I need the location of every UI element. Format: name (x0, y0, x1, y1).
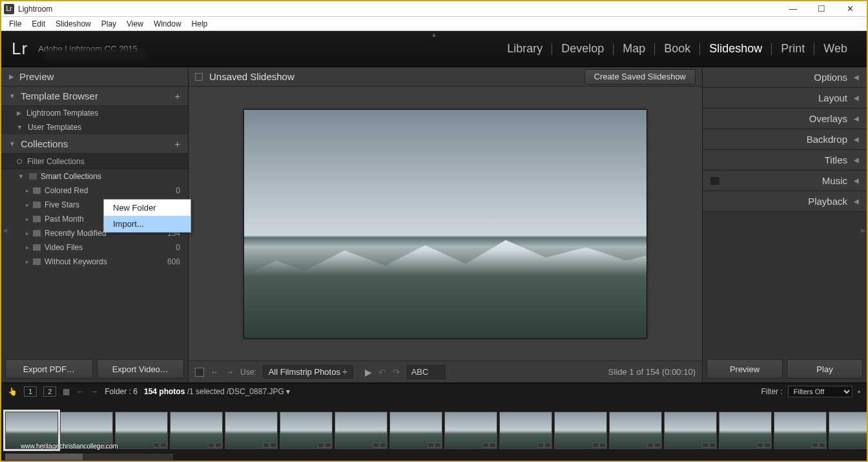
panel-overlays[interactable]: Overlays◀ (703, 109, 867, 129)
filmstrip-thumbnail[interactable] (774, 412, 827, 449)
collections-header[interactable]: ▼ Collections + (1, 134, 188, 154)
panel-backdrop[interactable]: Backdrop◀ (703, 129, 867, 150)
close-button[interactable]: ✕ (842, 4, 858, 14)
nav-forward-icon[interactable]: → (90, 387, 98, 396)
maximize-button[interactable]: ☐ (814, 4, 829, 14)
menu-import[interactable]: Import... (104, 216, 191, 232)
chevron-left-icon: ◀ (854, 94, 859, 101)
menu-edit[interactable]: Edit (26, 19, 50, 28)
menu-help[interactable]: Help (187, 19, 213, 28)
use-label: Use: (240, 368, 256, 377)
module-print[interactable]: Print (772, 42, 814, 56)
chevron-down-icon: ▼ (9, 140, 16, 147)
collapse-top-icon[interactable]: ▴ (432, 30, 436, 39)
panel-music[interactable]: Music◀ (703, 171, 867, 191)
rotate-ccw-button[interactable]: ↶ (378, 367, 386, 377)
add-template-icon[interactable]: + (175, 91, 180, 101)
window-title: Lightroom (18, 5, 52, 14)
nav-back-icon[interactable]: ← (76, 387, 84, 396)
template-browser-header[interactable]: ▼ Template Browser + (1, 87, 188, 106)
use-select[interactable]: All Filmstrip Photos ÷ (263, 365, 353, 379)
filmstrip-thumbnail[interactable] (225, 412, 278, 449)
menu-play[interactable]: Play (96, 19, 121, 28)
folder-path[interactable]: Folder : 6 (105, 387, 138, 396)
filmstrip-scrollbar[interactable] (5, 454, 173, 460)
menu-window[interactable]: Window (149, 19, 187, 28)
export-pdf-button[interactable]: Export PDF… (5, 359, 93, 379)
panel-playback[interactable]: Playback◀ (703, 191, 867, 212)
filmstrip-thumbnail[interactable] (609, 412, 662, 449)
prev-slide-button[interactable]: ← (211, 367, 219, 377)
filmstrip-thumbnail[interactable] (170, 412, 223, 449)
filmstrip-thumbnail[interactable] (444, 412, 497, 449)
user-templates-item[interactable]: ▼ User Templates (1, 120, 188, 134)
module-book[interactable]: Book (655, 42, 699, 56)
filmstrip[interactable]: www.heritagechristiancollege.com (1, 399, 867, 461)
filmstrip-thumbnail[interactable] (280, 412, 333, 449)
rotate-cw-button[interactable]: ↷ (393, 367, 400, 377)
slideshow-marker-icon[interactable] (195, 73, 203, 81)
slideshow-title: Unsaved Slideshow (209, 71, 294, 82)
chevron-right-icon: ▸ (26, 258, 29, 265)
app-icon: Lr (4, 4, 14, 14)
menu-file[interactable]: File (4, 19, 26, 28)
preview-area (189, 87, 702, 361)
module-develop[interactable]: Develop (552, 42, 613, 56)
panel-options[interactable]: Options◀ (703, 67, 867, 88)
chevron-right-icon: ▸ (26, 216, 29, 222)
module-library[interactable]: Library (498, 42, 552, 56)
filter-select[interactable]: Filters Off (788, 386, 852, 397)
template-browser-label: Template Browser (21, 90, 98, 101)
play-slideshow-button[interactable]: Play (787, 359, 863, 379)
filmstrip-thumbnail[interactable] (499, 412, 552, 449)
next-slide-button[interactable]: → (225, 367, 234, 377)
menu-slideshow[interactable]: Slideshow (50, 19, 96, 28)
menu-view[interactable]: View (121, 19, 149, 28)
minimize-button[interactable]: — (785, 4, 801, 14)
stop-button[interactable] (195, 368, 204, 377)
chevron-left-icon: ◀ (854, 198, 859, 205)
module-map[interactable]: Map (614, 42, 654, 56)
module-slideshow[interactable]: Slideshow (700, 42, 771, 56)
preview-button[interactable]: Preview (707, 359, 783, 379)
add-collection-icon[interactable]: + (175, 139, 180, 149)
smart-collection-icon (33, 216, 41, 222)
center-panel: Unsaved Slideshow Create Saved Slideshow… (189, 67, 702, 383)
filmstrip-thumbnail[interactable] (554, 412, 607, 449)
filmstrip-thumbnail[interactable] (664, 412, 717, 449)
grid-view-icon[interactable]: ▦ (63, 387, 70, 396)
smart-collection-item[interactable]: ▸Without Keywords606 (1, 255, 188, 269)
smart-collection-item[interactable]: ▸Colored Red0 (1, 184, 188, 198)
smart-collection-icon (33, 230, 41, 236)
text-overlay-input[interactable] (407, 365, 446, 379)
menu-new-folder[interactable]: New Folder (104, 200, 191, 216)
second-window-icon[interactable]: 👆 (8, 387, 17, 396)
play-button[interactable]: ▶ (365, 367, 372, 377)
chevron-down-icon: ▼ (17, 124, 23, 131)
smart-collection-item[interactable]: ▸Video Files0 (1, 240, 188, 255)
panel-layout[interactable]: Layout◀ (703, 88, 867, 109)
chevron-right-icon: ▶ (9, 73, 14, 80)
collapse-right-icon[interactable]: ▸ (861, 225, 865, 235)
filmstrip-thumbnail[interactable] (115, 412, 168, 449)
export-video-button[interactable]: Export Video… (97, 359, 185, 379)
lightroom-templates-item[interactable]: ▶ Lightroom Templates (1, 106, 188, 120)
filmstrip-thumbnail[interactable] (719, 412, 772, 449)
main-monitor-button[interactable]: 1 (24, 386, 37, 397)
chevron-left-icon: ◀ (854, 74, 859, 81)
filter-collections-row[interactable]: Filter Collections (1, 154, 188, 169)
filmstrip-thumbnail[interactable] (389, 412, 442, 449)
filter-lock-icon[interactable]: ▪ (858, 387, 860, 396)
module-picker: Library Develop Map Book Slideshow Print… (498, 42, 856, 56)
collapse-left-icon[interactable]: ◂ (3, 225, 7, 235)
preview-panel-header[interactable]: ▶ Preview (1, 67, 188, 87)
create-saved-slideshow-button[interactable]: Create Saved Slideshow (584, 69, 696, 85)
second-monitor-button[interactable]: 2 (43, 386, 56, 397)
module-web[interactable]: Web (814, 42, 856, 56)
chevron-right-icon: ▸ (26, 244, 29, 251)
panel-titles[interactable]: Titles◀ (703, 150, 867, 171)
filmstrip-thumbnail[interactable] (829, 412, 867, 449)
smart-collections-header[interactable]: ▼ Smart Collections (1, 169, 188, 184)
folder-icon (29, 173, 37, 180)
filmstrip-thumbnail[interactable] (335, 412, 388, 449)
